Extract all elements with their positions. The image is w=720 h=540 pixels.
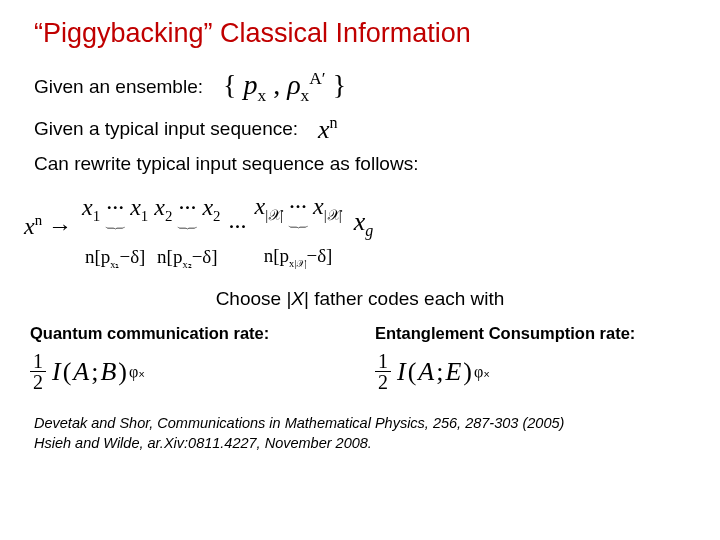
diagram-trail: xg — [346, 207, 374, 270]
quantum-rate: Quantum communication rate: 12 I(A; B)φₓ — [30, 324, 345, 392]
typical-line: Given a typical input sequence: xn — [34, 114, 686, 145]
quantum-rate-label: Quantum communication rate: — [30, 324, 345, 343]
ensemble-label: Given an ensemble: — [34, 76, 203, 98]
reference-2: Hsieh and Wilde, ar.Xiv:0811.4227, Novem… — [34, 434, 686, 454]
entanglement-rate-math: 12 I(A; E)φₓ — [375, 351, 690, 392]
diagram-group-last: x|𝒳| ··· x|𝒳| ︸ n[px|𝒳|−δ] — [252, 193, 343, 271]
quantum-rate-math: 12 I(A; B)φₓ — [30, 351, 345, 392]
choose-text: Choose |X| father codes each with — [34, 288, 686, 310]
entanglement-rate-label: Entanglement Consumption rate: — [375, 324, 690, 343]
rates-row: Quantum communication rate: 12 I(A; B)φₓ… — [30, 324, 690, 392]
rewrite-label: Can rewrite typical input sequence as fo… — [34, 153, 418, 175]
ensemble-math: { px , ρxA′ } — [223, 69, 346, 106]
page-title: “Piggybacking” Classical Information — [34, 18, 686, 49]
sequence-diagram: xn → x1 ··· x1 ︸ n[px₁−δ] x2 ··· x2 ︸ n[… — [20, 193, 686, 271]
xn-math: xn — [318, 114, 338, 145]
diagram-group-1: x1 ··· x1 ︸ n[px₁−δ] — [80, 194, 150, 271]
diagram-ellipsis: ··· — [224, 213, 250, 270]
ensemble-line: Given an ensemble: { px , ρxA′ } — [34, 69, 686, 106]
typical-label: Given a typical input sequence: — [34, 118, 298, 140]
reference-1: Devetak and Shor, Communications in Math… — [34, 414, 686, 434]
references: Devetak and Shor, Communications in Math… — [34, 414, 686, 453]
diagram-group-2: x2 ··· x2 ︸ n[px₂−δ] — [152, 194, 222, 271]
diagram-lhs: xn → — [20, 212, 78, 270]
entanglement-rate: Entanglement Consumption rate: 12 I(A; E… — [375, 324, 690, 392]
rewrite-line: Can rewrite typical input sequence as fo… — [34, 153, 686, 175]
